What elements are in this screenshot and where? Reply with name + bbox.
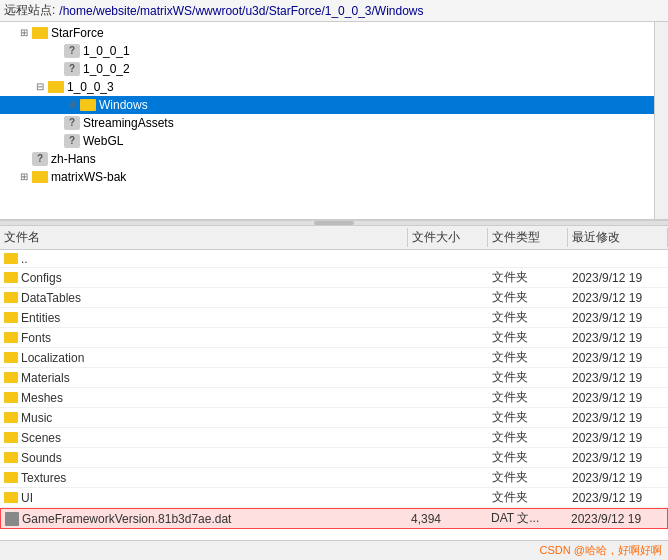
file-cell-size (408, 277, 488, 279)
file-rows-container: ..Configs文件夹2023/9/12 19DataTables文件夹202… (0, 250, 668, 529)
tree-item-starforce[interactable]: ⊞StarForce (0, 24, 668, 42)
folder-icon (32, 27, 48, 39)
path-label: 远程站点: (4, 2, 55, 19)
tree-item-1003[interactable]: ⊟1_0_0_3 (0, 78, 668, 96)
file-cell-modified: 2023/9/12 19 (568, 470, 668, 486)
tree-item-label: StreamingAssets (83, 115, 174, 131)
file-cell-type: 文件夹 (488, 308, 568, 327)
tree-expander[interactable]: ⊟ (32, 79, 48, 95)
tree-item-1002[interactable]: ?1_0_0_2 (0, 60, 668, 78)
table-row[interactable]: Music文件夹2023/9/12 19 (0, 408, 668, 428)
file-cell-type: 文件夹 (488, 288, 568, 307)
folder-icon (4, 372, 18, 383)
tree-expander[interactable] (48, 133, 64, 149)
file-cell-modified: 2023/9/12 19 (568, 490, 668, 506)
parent-folder-icon (4, 253, 18, 264)
table-row[interactable]: Textures文件夹2023/9/12 19 (0, 468, 668, 488)
table-row[interactable]: Configs文件夹2023/9/12 19 (0, 268, 668, 288)
file-cell-name: DataTables (0, 290, 408, 306)
folder-icon (32, 171, 48, 183)
file-cell-modified: 2023/9/12 19 (568, 350, 668, 366)
folder-icon (48, 81, 64, 93)
table-row[interactable]: GameFrameworkVersion.81b3d7ae.dat4,394DA… (0, 508, 668, 529)
tree-item-label: matrixWS-bak (51, 169, 126, 185)
file-list-body[interactable]: ..Configs文件夹2023/9/12 19DataTables文件夹202… (0, 250, 668, 540)
table-row[interactable]: Sounds文件夹2023/9/12 19 (0, 448, 668, 468)
table-row[interactable]: Materials文件夹2023/9/12 19 (0, 368, 668, 388)
folder-icon (4, 312, 18, 323)
tree-expander[interactable] (48, 115, 64, 131)
tree-expander[interactable]: ⊞ (64, 97, 80, 113)
file-cell-size (408, 337, 488, 339)
table-row[interactable]: Entities文件夹2023/9/12 19 (0, 308, 668, 328)
file-cell-size (408, 297, 488, 299)
file-cell-name: Fonts (0, 330, 408, 346)
file-name-text: Music (21, 411, 52, 425)
tree-item-1001[interactable]: ?1_0_0_1 (0, 42, 668, 60)
question-icon: ? (64, 116, 80, 130)
tree-item-zhHans[interactable]: ?zh-Hans (0, 150, 668, 168)
file-cell-name: .. (0, 251, 408, 267)
tree-expander[interactable] (48, 61, 64, 77)
col-header-name: 文件名 (0, 228, 408, 247)
file-cell-type: 文件夹 (488, 488, 568, 507)
file-cell-name: Entities (0, 310, 408, 326)
file-cell-modified: 2023/9/12 19 (568, 310, 668, 326)
file-name-text: DataTables (21, 291, 81, 305)
folder-icon (4, 452, 18, 463)
file-cell-name: Music (0, 410, 408, 426)
table-row[interactable]: Localization文件夹2023/9/12 19 (0, 348, 668, 368)
tree-item-label: 1_0_0_2 (83, 61, 130, 77)
file-cell-name: GameFrameworkVersion.81b3d7ae.dat (1, 511, 407, 527)
question-icon: ? (64, 62, 80, 76)
tree-expander[interactable]: ⊞ (16, 25, 32, 41)
folder-icon (80, 99, 96, 111)
question-icon: ? (64, 134, 80, 148)
table-row[interactable]: Fonts文件夹2023/9/12 19 (0, 328, 668, 348)
file-cell-type: 文件夹 (488, 348, 568, 367)
file-cell-type: 文件夹 (488, 268, 568, 287)
tree-item-label: 1_0_0_1 (83, 43, 130, 59)
table-row[interactable]: Scenes文件夹2023/9/12 19 (0, 428, 668, 448)
file-name-text: Textures (21, 471, 66, 485)
file-cell-size (408, 258, 488, 260)
divider-handle (314, 221, 354, 225)
file-cell-type (488, 258, 568, 260)
file-cell-type: 文件夹 (488, 408, 568, 427)
table-row[interactable]: DataTables文件夹2023/9/12 19 (0, 288, 668, 308)
file-name-text: GameFrameworkVersion.81b3d7ae.dat (22, 512, 231, 526)
question-icon: ? (64, 44, 80, 58)
tree-item-matrixbak[interactable]: ⊞matrixWS-bak (0, 168, 668, 186)
table-row[interactable]: .. (0, 250, 668, 268)
file-cell-size (408, 437, 488, 439)
file-name-text: Meshes (21, 391, 63, 405)
table-row[interactable]: UI文件夹2023/9/12 19 (0, 488, 668, 508)
file-name-text: Scenes (21, 431, 61, 445)
table-row[interactable]: Meshes文件夹2023/9/12 19 (0, 388, 668, 408)
file-name-text: Localization (21, 351, 84, 365)
scrollbar-right[interactable] (654, 22, 668, 219)
file-cell-name: Localization (0, 350, 408, 366)
file-cell-name: Scenes (0, 430, 408, 446)
tree-item-windows[interactable]: ⊞Windows (0, 96, 668, 114)
file-cell-modified: 2023/9/12 19 (568, 330, 668, 346)
tree-expander[interactable] (48, 43, 64, 59)
file-cell-size (408, 417, 488, 419)
file-cell-size (408, 377, 488, 379)
tree-item-label: zh-Hans (51, 151, 96, 167)
tree-area[interactable]: ⊞StarForce?1_0_0_1?1_0_0_2⊟1_0_0_3⊞Windo… (0, 22, 668, 219)
tree-item-streaming[interactable]: ?StreamingAssets (0, 114, 668, 132)
file-name-text: .. (21, 252, 28, 266)
bottom-panel: 文件名 文件大小 文件类型 最近修改 ..Configs文件夹2023/9/12… (0, 226, 668, 560)
tree-expander[interactable] (16, 151, 32, 167)
file-cell-type: 文件夹 (488, 448, 568, 467)
file-cell-modified: 2023/9/12 19 (567, 511, 667, 527)
dat-file-icon (5, 512, 19, 526)
tree-item-webgl[interactable]: ?WebGL (0, 132, 668, 150)
tree-item-label: StarForce (51, 25, 104, 41)
csdn-watermark: CSDN @哈哈，好啊好啊 (6, 543, 662, 558)
file-cell-name: Materials (0, 370, 408, 386)
tree-expander[interactable]: ⊞ (16, 169, 32, 185)
tree-item-label: WebGL (83, 133, 123, 149)
top-panel: 远程站点: /home/website/matrixWS/wwwroot/u3d… (0, 0, 668, 220)
